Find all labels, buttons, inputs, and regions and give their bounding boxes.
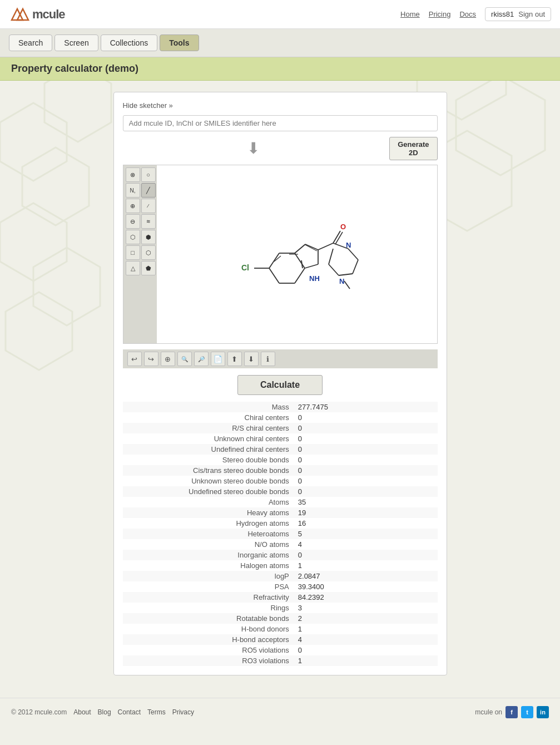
result-label: Refractivity (123, 592, 296, 603)
generate-2d-button[interactable]: Generate 2D (389, 137, 437, 160)
nav-home[interactable]: Home (400, 10, 420, 18)
result-row: H-bond acceptors4 (123, 634, 438, 645)
zoom-in-mag-button[interactable]: 🔍 (177, 352, 192, 366)
calculate-button[interactable]: Calculate (237, 375, 323, 395)
zoom-in-button[interactable]: ⊕ (161, 352, 175, 366)
result-value: 0 (296, 433, 438, 444)
result-value: 0 (296, 486, 438, 497)
logo[interactable]: mcule (9, 6, 65, 23)
footer-left: © 2012 mcule.com About Blog Contact Term… (11, 708, 194, 716)
result-row: Halogen atoms1 (123, 560, 438, 571)
svg-line-28 (318, 243, 333, 250)
svg-text:O: O (340, 223, 346, 231)
sketcher-toolbar: ⊗ ○ N, ╱ ⊕ ∕ ⊖ ≋ ⬡ ⬢ □ ⬡ △ ⬟ (123, 165, 157, 343)
undo-button[interactable]: ↩ (127, 352, 142, 366)
tool-chain[interactable]: ∕ (141, 199, 156, 213)
result-value: 84.2392 (296, 592, 438, 603)
nav-pricing[interactable]: Pricing (429, 10, 451, 18)
sign-out-link[interactable]: Sign out (518, 10, 545, 18)
tab-tools[interactable]: Tools (160, 34, 199, 51)
result-label: Halogen atoms (123, 560, 296, 571)
result-label: H-bond acceptors (123, 634, 296, 645)
tool-triangle[interactable]: △ (126, 261, 140, 275)
svg-line-24 (305, 245, 317, 251)
result-label: RO3 violations (123, 655, 296, 666)
redo-button[interactable]: ↪ (144, 352, 158, 366)
result-label: Stereo double bonds (123, 455, 296, 465)
hide-sketcher-link[interactable]: Hide sketcher » (123, 101, 438, 110)
svg-line-16 (269, 268, 279, 283)
facebook-icon[interactable]: f (506, 706, 518, 718)
svg-line-14 (295, 268, 305, 283)
calculate-row: Calculate (123, 375, 438, 395)
footer-about[interactable]: About (73, 708, 91, 716)
result-row: Heteroatoms5 (123, 529, 438, 539)
arrow-down-icon: ⬇ (123, 141, 384, 156)
svg-line-36 (329, 264, 339, 275)
twitter-icon[interactable]: t (521, 706, 533, 718)
result-label: R/S chiral centers (123, 423, 296, 433)
svg-line-35 (339, 274, 353, 275)
result-label: Heteroatoms (123, 529, 296, 539)
social-label: mcule on (475, 708, 502, 716)
tool-ring6-open[interactable]: ⬡ (126, 230, 140, 244)
tool-erase[interactable]: ⊗ (126, 167, 140, 182)
svg-line-20 (295, 244, 305, 253)
linkedin-icon[interactable]: in (537, 706, 549, 718)
result-label: Mass (123, 402, 296, 412)
svg-line-13 (295, 253, 305, 268)
tool-pentagon[interactable]: ⬟ (141, 261, 156, 275)
result-value: 1 (296, 655, 438, 666)
new-document-button[interactable]: 📄 (211, 352, 225, 366)
tool-ring6-filled[interactable]: ⬢ (141, 230, 156, 244)
info-button[interactable]: ℹ (261, 352, 275, 366)
result-label: Rotatable bonds (123, 613, 296, 624)
result-label: Cis/trans stereo double bonds (123, 465, 296, 476)
smiles-input[interactable] (123, 115, 438, 131)
tool-select[interactable]: ○ (141, 167, 156, 182)
sketcher-container: ⊗ ○ N, ╱ ⊕ ∕ ⊖ ≋ ⬡ ⬢ □ ⬡ △ ⬟ (123, 165, 438, 344)
result-value: 0 (296, 550, 438, 560)
svg-text:N: N (346, 241, 351, 249)
footer-privacy[interactable]: Privacy (172, 708, 194, 716)
result-value: 0 (296, 645, 438, 655)
result-label: Unknown chiral centers (123, 433, 296, 444)
molecule-canvas[interactable]: Cl NH O (157, 165, 437, 343)
footer-terms[interactable]: Terms (147, 708, 166, 716)
result-label: Hydrogen atoms (123, 518, 296, 529)
download-button[interactable]: ⬇ (244, 352, 259, 366)
tool-bond-draw[interactable]: ╱ (141, 183, 156, 198)
zoom-out-button[interactable]: 🔎 (194, 352, 209, 366)
result-label: logP (123, 571, 296, 581)
tool-minus[interactable]: ⊖ (126, 214, 140, 229)
tool-atom-n[interactable]: N, (126, 183, 140, 198)
user-section: rkiss81 Sign out (485, 7, 551, 21)
footer: © 2012 mcule.com About Blog Contact Term… (0, 698, 560, 726)
result-value: 2.0847 (296, 571, 438, 581)
result-row: Mass277.7475 (123, 402, 438, 412)
svg-text:Cl: Cl (241, 263, 249, 272)
result-label: Rings (123, 603, 296, 613)
nav-tabs: Search Screen Collections Tools (0, 29, 560, 57)
footer-contact[interactable]: Contact (118, 708, 141, 716)
svg-line-40 (344, 281, 350, 289)
sketcher-bottom-toolbar: ↩ ↪ ⊕ 🔍 🔎 📄 ⬆ ⬇ ℹ (123, 349, 438, 368)
result-row: RO3 violations1 (123, 655, 438, 666)
upload-button[interactable]: ⬆ (227, 352, 242, 366)
result-row: Refractivity84.2392 (123, 592, 438, 603)
result-value: 0 (296, 444, 438, 455)
tool-plus[interactable]: ⊕ (126, 199, 140, 213)
tab-screen[interactable]: Screen (54, 34, 98, 51)
tool-wavy-bond[interactable]: ≋ (141, 214, 156, 229)
result-row: Undefined chiral centers0 (123, 444, 438, 455)
page-title-bar: Property calculator (demo) (0, 57, 560, 81)
tool-square[interactable]: □ (126, 245, 140, 260)
tab-search[interactable]: Search (9, 34, 52, 51)
footer-blog[interactable]: Blog (98, 708, 111, 716)
page-title: Property calculator (demo) (11, 63, 549, 75)
nav-docs[interactable]: Docs (459, 10, 476, 18)
tab-collections[interactable]: Collections (101, 34, 157, 51)
result-label: RO5 violations (123, 645, 296, 655)
tool-hexagon[interactable]: ⬡ (141, 245, 156, 260)
result-row: Cis/trans stereo double bonds0 (123, 465, 438, 476)
